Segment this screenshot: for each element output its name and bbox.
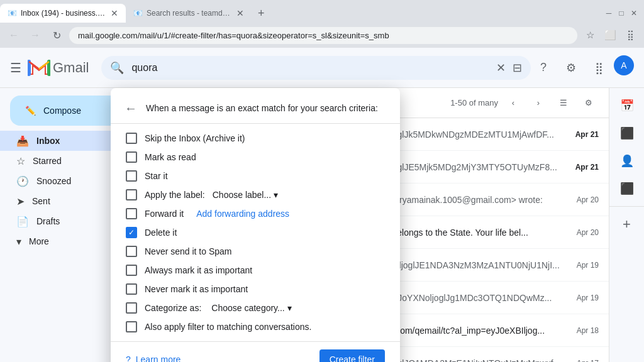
avatar[interactable]: A bbox=[614, 55, 634, 75]
learn-more-link[interactable]: ? Learn more bbox=[126, 354, 180, 362]
email-date: Apr 18 bbox=[567, 326, 599, 335]
tab-2[interactable]: 📧 Search results - teamdotdigitalb... ✕ bbox=[126, 4, 252, 23]
tab-1-title: Inbox (194) - business.digitalbo... bbox=[21, 9, 107, 18]
minimize-button[interactable]: ─ bbox=[604, 8, 614, 18]
tab-search-icon[interactable]: ⬜ bbox=[601, 26, 619, 44]
forward-button[interactable]: → bbox=[26, 26, 44, 44]
filter-option-mark-read[interactable]: Mark as read bbox=[111, 148, 400, 167]
view-toggle-button[interactable]: ☰ bbox=[553, 93, 574, 113]
address-bar-icons: ☆ ⬜ ⣿ bbox=[581, 26, 639, 44]
always-important-checkbox[interactable] bbox=[126, 265, 137, 276]
dialog-footer: ? Learn more Create filter bbox=[111, 341, 400, 362]
gmail-header: ☰ Gmail 🔍 quora ✕ ⊟ ? ⚙ ⣿ A bbox=[0, 48, 644, 88]
filter-option-star-it[interactable]: Star it bbox=[111, 167, 400, 185]
never-important-label: Never mark it as important bbox=[145, 284, 248, 294]
never-spam-checkbox[interactable] bbox=[126, 246, 137, 257]
learn-more-text: Learn more bbox=[136, 354, 181, 362]
starred-icon: ☆ bbox=[16, 155, 25, 167]
inbox-icon: 📥 bbox=[16, 135, 29, 147]
filter-option-always-important[interactable]: Always mark it as important bbox=[111, 261, 400, 280]
search-bar: 🔍 quora ✕ ⊟ bbox=[101, 56, 531, 80]
label-select[interactable]: Choose label... ▾ bbox=[213, 190, 278, 200]
dialog-body: Skip the Inbox (Archive it) Mark as read… bbox=[111, 124, 400, 341]
new-tab-button[interactable]: + bbox=[254, 7, 269, 20]
back-button[interactable]: ← bbox=[5, 26, 23, 44]
filter-option-skip-inbox[interactable]: Skip the Inbox (Archive it) bbox=[111, 129, 400, 148]
apps-icon[interactable]: ⣿ bbox=[586, 55, 611, 80]
also-apply-checkbox[interactable] bbox=[126, 321, 137, 332]
header-icons: ? ⚙ ⣿ A bbox=[531, 55, 634, 80]
filter-dialog: ← When a message is an exact match for y… bbox=[111, 88, 400, 362]
filter-option-apply-label[interactable]: Apply the label: Choose label... ▾ bbox=[111, 185, 400, 204]
prev-page-button[interactable]: ‹ bbox=[503, 93, 523, 113]
filter-option-never-spam[interactable]: Never send it to Spam bbox=[111, 242, 400, 261]
search-input[interactable]: quora bbox=[101, 56, 531, 80]
inbox-label: Inbox bbox=[36, 136, 60, 146]
starred-label: Starred bbox=[33, 156, 62, 166]
filter-option-categorize[interactable]: Categorize as: Choose category... ▾ bbox=[111, 299, 400, 317]
categorize-checkbox[interactable] bbox=[126, 302, 137, 314]
hamburger-menu[interactable]: ☰ bbox=[10, 60, 21, 75]
label-select-button[interactable]: Choose label... ▾ bbox=[213, 190, 278, 200]
dialog-header: ← When a message is an exact match for y… bbox=[111, 88, 400, 124]
star-it-label: Star it bbox=[145, 171, 168, 181]
page-info-text: 1-50 of many bbox=[450, 98, 498, 107]
right-tasks-icon[interactable]: ⬛ bbox=[614, 121, 640, 146]
email-date: Apr 21 bbox=[567, 163, 599, 172]
bookmark-icon[interactable]: ☆ bbox=[581, 26, 599, 44]
filter-option-also-apply[interactable]: Also apply filter to matching conversati… bbox=[111, 317, 400, 336]
snoozed-label: Snoozed bbox=[36, 176, 71, 186]
categorize-label: Categorize as: bbox=[145, 303, 201, 313]
compose-icon: ✏️ bbox=[25, 106, 36, 116]
category-select-button[interactable]: Choose category... ▾ bbox=[211, 303, 291, 313]
tab-2-close[interactable]: ✕ bbox=[236, 8, 244, 18]
right-add-icon[interactable]: + bbox=[614, 212, 640, 237]
page-info: 1-50 of many ‹ › ☰ ⚙ bbox=[450, 93, 599, 113]
right-keep-icon[interactable]: ⬛ bbox=[614, 176, 640, 201]
close-window-button[interactable]: ✕ bbox=[629, 8, 639, 18]
create-filter-button[interactable]: Create filter bbox=[319, 349, 385, 362]
star-it-checkbox[interactable] bbox=[126, 170, 137, 182]
filter-option-delete-it[interactable]: ✓ Delete it bbox=[111, 223, 400, 242]
email-date: Apr 19 bbox=[567, 261, 599, 270]
filter-option-never-important[interactable]: Never mark it as important bbox=[111, 280, 400, 299]
search-clear-icon[interactable]: ✕ bbox=[496, 61, 506, 75]
filter-icon[interactable]: ⊟ bbox=[513, 61, 522, 75]
tab-2-title: Search results - teamdotdigitalb... bbox=[147, 9, 233, 18]
category-select[interactable]: Choose category... ▾ bbox=[211, 303, 291, 313]
mark-read-checkbox[interactable] bbox=[126, 151, 137, 163]
address-input[interactable] bbox=[69, 27, 577, 44]
more-icon: ▾ bbox=[16, 236, 21, 248]
delete-it-checkbox[interactable]: ✓ bbox=[126, 227, 137, 238]
tab-bar: 📧 Inbox (194) - business.digitalbo... ✕ … bbox=[0, 0, 644, 23]
reload-button[interactable]: ↻ bbox=[48, 26, 65, 44]
dialog-back-button[interactable]: ← bbox=[121, 98, 141, 118]
next-page-button[interactable]: › bbox=[528, 93, 548, 113]
compose-label: Compose bbox=[43, 106, 81, 116]
maximize-button[interactable]: □ bbox=[616, 8, 626, 18]
apply-label-checkbox[interactable] bbox=[126, 189, 137, 200]
tab-1-active[interactable]: 📧 Inbox (194) - business.digitalbo... ✕ bbox=[0, 4, 126, 23]
forward-it-checkbox[interactable] bbox=[126, 208, 137, 219]
skip-inbox-label: Skip the Inbox (Archive it) bbox=[145, 133, 245, 143]
filter-option-forward-it[interactable]: Forward it Add forwarding address bbox=[111, 204, 400, 223]
forward-it-label: Forward it bbox=[145, 209, 184, 219]
mark-read-label: Mark as read bbox=[145, 152, 196, 162]
help-icon[interactable]: ? bbox=[531, 55, 556, 80]
gmail-logo-text: Gmail bbox=[53, 60, 89, 76]
also-apply-label: Also apply filter to matching conversati… bbox=[145, 322, 311, 332]
browser-chrome: 📧 Inbox (194) - business.digitalbo... ✕ … bbox=[0, 0, 644, 48]
tab-1-close[interactable]: ✕ bbox=[111, 8, 118, 18]
email-date: Apr 20 bbox=[567, 195, 599, 204]
always-important-label: Always mark it as important bbox=[145, 265, 252, 275]
right-meet-icon[interactable]: 📅 bbox=[614, 93, 640, 118]
skip-inbox-checkbox[interactable] bbox=[126, 133, 137, 144]
add-forwarding-link[interactable]: Add forwarding address bbox=[196, 209, 289, 219]
right-contacts-icon[interactable]: 👤 bbox=[614, 148, 640, 173]
extensions-icon[interactable]: ⣿ bbox=[621, 26, 639, 44]
settings-list-button[interactable]: ⚙ bbox=[579, 93, 599, 113]
settings-icon[interactable]: ⚙ bbox=[558, 55, 584, 80]
sent-label: Sent bbox=[32, 196, 50, 206]
window-controls: ─ □ ✕ bbox=[604, 8, 644, 18]
never-important-checkbox[interactable] bbox=[126, 283, 137, 295]
